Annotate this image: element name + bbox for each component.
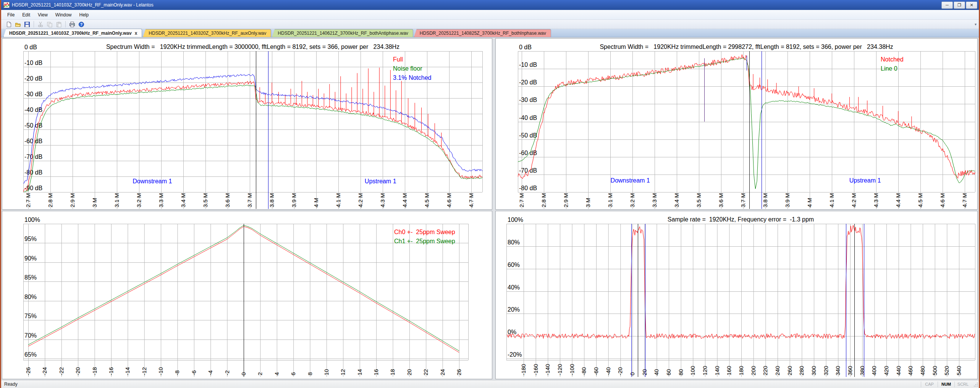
svg-text:2.8 M: 2.8 M bbox=[540, 193, 547, 207]
toolbar-separator bbox=[65, 21, 66, 27]
svg-text:200: 200 bbox=[750, 366, 757, 375]
series-3-1-notched bbox=[23, 74, 482, 183]
help-button[interactable]: ? bbox=[77, 20, 86, 28]
svg-text:3.8 M: 3.8 M bbox=[762, 193, 768, 207]
svg-text:3.4 M: 3.4 M bbox=[180, 193, 186, 207]
gridlines bbox=[506, 224, 975, 377]
svg-text:-24: -24 bbox=[41, 367, 48, 375]
svg-text:-20: -20 bbox=[617, 367, 623, 375]
chart-title: Spectrum Width = 1920KHz trimmedLength =… bbox=[106, 44, 399, 50]
svg-text:2.7 M: 2.7 M bbox=[518, 193, 525, 207]
x-axis-labels: 2.7 M2.8 M2.9 M3 M3.1 M3.2 M3.3 M3.4 M3.… bbox=[25, 193, 474, 207]
new-file-button[interactable] bbox=[4, 20, 13, 28]
title-bar[interactable]: HDSDR_20251221_140103Z_3700kHz_RF_mainOn… bbox=[1, 0, 979, 10]
gridlines bbox=[518, 51, 975, 209]
svg-text:-26: -26 bbox=[25, 367, 31, 375]
toolbar-overflow-chevron[interactable]: ▾ bbox=[975, 22, 977, 26]
svg-text:-10 dB: -10 dB bbox=[24, 60, 42, 66]
vertical-splitter[interactable] bbox=[492, 38, 495, 210]
svg-text:-20: -20 bbox=[74, 367, 81, 375]
svg-text:-18: -18 bbox=[91, 367, 98, 375]
svg-text:4.1 M: 4.1 M bbox=[335, 193, 341, 207]
paste-button[interactable] bbox=[54, 20, 63, 28]
svg-text:380: 380 bbox=[859, 366, 865, 375]
chart-spectrum_main[interactable]: 0 dB-10 dB-20 dB-30 dB-40 dB-50 dB-60 dB… bbox=[2, 39, 492, 209]
close-button[interactable]: ✕ bbox=[966, 2, 977, 9]
svg-text:-60 dB: -60 dB bbox=[519, 150, 537, 156]
menu-view[interactable]: View bbox=[34, 11, 52, 19]
y-axis-labels: 100%95%90%85%80%75%70%65% bbox=[24, 217, 40, 358]
svg-text:460: 460 bbox=[907, 366, 914, 375]
svg-text:2.8 M: 2.8 M bbox=[47, 193, 53, 207]
tab-bothantiphase[interactable]: HDSDR_20251221_140621Z_3700kHz_RF_bothAn… bbox=[272, 29, 413, 37]
svg-text:14: 14 bbox=[356, 369, 363, 375]
svg-text:4.2 M: 4.2 M bbox=[357, 193, 364, 207]
scroll-lock-indicator: SCRL bbox=[954, 382, 971, 387]
scissors-icon bbox=[37, 21, 44, 27]
menu-help[interactable]: Help bbox=[76, 11, 93, 19]
svg-text:4.5 M: 4.5 M bbox=[424, 193, 430, 207]
save-button[interactable] bbox=[23, 20, 32, 28]
caps-lock-indicator: CAP bbox=[921, 382, 938, 387]
chart-spectrum_notched[interactable]: 0 dB-10 dB-20 dB-30 dB-40 dB-50 dB-60 dB… bbox=[496, 39, 977, 209]
legend-entry: Noise floor bbox=[393, 65, 422, 72]
svg-text:-10: -10 bbox=[157, 367, 164, 375]
menu-file[interactable]: File bbox=[3, 11, 18, 19]
chart-panel-spectrum_main: 0 dB-10 dB-20 dB-30 dB-40 dB-50 dB-60 dB… bbox=[2, 38, 492, 210]
svg-text:-10 dB: -10 dB bbox=[519, 61, 537, 68]
svg-text:16: 16 bbox=[373, 369, 379, 375]
svg-text:280: 280 bbox=[798, 366, 805, 375]
help-icon: ? bbox=[78, 21, 84, 27]
svg-text:400: 400 bbox=[871, 366, 877, 375]
legend-entry: Notched bbox=[881, 56, 904, 63]
svg-text:520: 520 bbox=[943, 366, 950, 375]
menu-edit[interactable]: Edit bbox=[18, 11, 34, 19]
svg-text:500: 500 bbox=[931, 366, 938, 375]
minimize-button[interactable]: ─ bbox=[941, 2, 953, 9]
legend: FullNoise floor3.1% Notched bbox=[393, 56, 432, 81]
tab-close-icon[interactable]: x bbox=[135, 31, 137, 36]
svg-text:340: 340 bbox=[834, 366, 841, 375]
x-axis-labels: -26-24-22-20-18-16-14-12-10-8-6-4-202468… bbox=[25, 367, 462, 375]
svg-text:10: 10 bbox=[323, 369, 330, 375]
open-folder-icon bbox=[15, 21, 21, 27]
tab-auxonly[interactable]: HDSDR_20251221_140320Z_3700kHz_RF_auxOnl… bbox=[143, 29, 271, 37]
tab-bothinphase[interactable]: HDSDR_20251221_140825Z_3700kHz_RF_bothIn… bbox=[414, 29, 551, 37]
svg-text:100%: 100% bbox=[24, 217, 40, 223]
svg-text:24: 24 bbox=[439, 369, 446, 375]
svg-text:180: 180 bbox=[738, 366, 744, 375]
chart-area: 0 dB-10 dB-20 dB-30 dB-40 dB-50 dB-60 dB… bbox=[1, 37, 979, 380]
open-file-button[interactable] bbox=[13, 20, 23, 28]
svg-text:0: 0 bbox=[240, 372, 247, 375]
svg-text:4.6 M: 4.6 M bbox=[939, 193, 946, 207]
svg-text:3.7 M: 3.7 M bbox=[740, 193, 746, 207]
chart-panel-sweep: 100%95%90%85%80%75%70%65%-26-24-22-20-18… bbox=[2, 211, 492, 379]
svg-text:3.2 M: 3.2 M bbox=[136, 193, 142, 207]
print-button[interactable] bbox=[68, 20, 77, 28]
svg-text:140: 140 bbox=[714, 366, 720, 375]
svg-text:70%: 70% bbox=[24, 332, 37, 339]
band-annotation: Downstream 1 bbox=[611, 177, 650, 184]
svg-text:0 dB: 0 dB bbox=[519, 44, 532, 50]
cut-button[interactable] bbox=[36, 20, 45, 28]
svg-text:-100: -100 bbox=[569, 364, 575, 375]
svg-text:2.9 M: 2.9 M bbox=[563, 193, 569, 207]
svg-text:-20 dB: -20 dB bbox=[519, 79, 537, 86]
menu-window[interactable]: Window bbox=[52, 11, 76, 19]
tab-mainonly[interactable]: HDSDR_20251221_140103Z_3700kHz_RF_mainOn… bbox=[3, 29, 142, 37]
svg-text:6: 6 bbox=[290, 372, 296, 375]
svg-text:4.7 M: 4.7 M bbox=[468, 193, 474, 207]
resize-grip[interactable] bbox=[972, 381, 978, 387]
gridlines bbox=[23, 224, 469, 377]
band-annotation: Upstream 1 bbox=[849, 177, 881, 184]
copy-button[interactable] bbox=[45, 20, 54, 28]
series-notched bbox=[518, 55, 975, 179]
svg-text:-30 dB: -30 dB bbox=[24, 91, 42, 97]
chart-sweep[interactable]: 100%95%90%85%80%75%70%65%-26-24-22-20-18… bbox=[2, 211, 492, 379]
chart-freq_error[interactable]: 100%80%60%40%20%0%-20%-180-160-140-120-1… bbox=[496, 211, 977, 379]
svg-text:-80 dB: -80 dB bbox=[519, 185, 537, 191]
legend-entry: Full bbox=[393, 56, 403, 63]
svg-text:-4: -4 bbox=[207, 370, 213, 375]
svg-text:4: 4 bbox=[273, 372, 280, 375]
maximize-button[interactable]: ❐ bbox=[954, 2, 965, 9]
